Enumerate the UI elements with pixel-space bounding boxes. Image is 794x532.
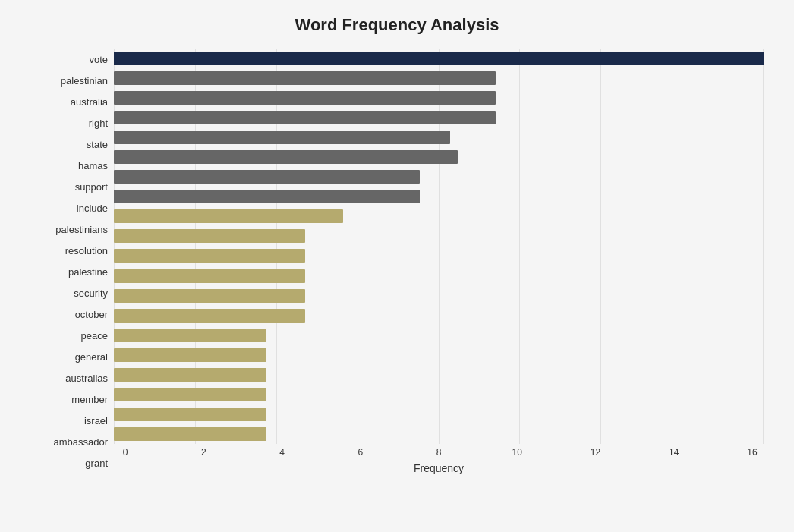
bar-state [114, 131, 450, 144]
bar-security [114, 269, 305, 283]
bar-row-vote [114, 50, 764, 67]
bar-peace [114, 309, 305, 323]
bar-row-right [114, 109, 764, 126]
y-label-grant: grant [85, 455, 108, 473]
x-tick-14: 14 [663, 447, 685, 458]
y-label-member: member [71, 391, 108, 409]
bar-row-support [114, 168, 764, 185]
x-tick-4: 4 [271, 447, 294, 458]
bar-october [114, 289, 305, 303]
grid-and-bars [114, 49, 764, 444]
y-label-palestinians: palestinians [55, 220, 108, 238]
y-label-support: support [75, 178, 108, 196]
bar-israel [114, 388, 266, 401]
y-label-peace: peace [81, 327, 108, 345]
bar-row-resolution [114, 228, 764, 244]
bar-support [114, 170, 420, 184]
bar-palestinian [114, 71, 496, 85]
bar-row-palestinian [114, 70, 764, 87]
chart-area: votepalestinianaustraliarightstatehamass… [30, 49, 764, 474]
y-label-state: state [87, 135, 108, 153]
y-label-resolution: resolution [65, 241, 108, 260]
y-label-vote: vote [89, 50, 108, 68]
y-label-hamas: hamas [78, 156, 108, 175]
y-label-security: security [74, 285, 108, 303]
bar-row-grant [114, 426, 764, 442]
bar-row-general [114, 327, 764, 344]
bars-and-grid: 0246810121416 Frequency [114, 49, 764, 474]
bar-row-hamas [114, 149, 764, 165]
y-label-israel: israel [84, 412, 108, 430]
bar-row-state [114, 129, 764, 146]
bars-wrapper [114, 49, 764, 444]
bar-general [114, 329, 266, 342]
x-tick-8: 8 [427, 447, 450, 458]
y-label-australias: australias [65, 370, 108, 388]
bar-row-member [114, 367, 764, 383]
y-label-palestine: palestine [68, 263, 108, 281]
chart-container: Word Frequency Analysis votepalestiniana… [0, 0, 794, 532]
bar-vote [114, 52, 764, 65]
bar-row-october [114, 288, 764, 304]
bar-member [114, 368, 266, 382]
bar-row-australia [114, 90, 764, 106]
bar-row-include [114, 188, 764, 205]
bar-right [114, 111, 496, 124]
bar-row-israel [114, 386, 764, 403]
bar-include [114, 190, 420, 203]
x-axis: 0246810121416 [114, 447, 764, 458]
bar-row-australias [114, 347, 764, 364]
bar-row-security [114, 268, 764, 285]
bar-palestinians [114, 209, 343, 223]
y-label-ambassador: ambassador [53, 433, 108, 452]
x-tick-2: 2 [192, 447, 215, 458]
y-label-australia: australia [71, 93, 108, 111]
y-label-include: include [77, 199, 108, 217]
bar-australias [114, 348, 266, 362]
bar-ambassador [114, 408, 266, 421]
x-tick-16: 16 [741, 447, 764, 458]
x-tick-10: 10 [506, 447, 528, 458]
x-tick-6: 6 [349, 447, 372, 458]
bar-row-palestinians [114, 208, 764, 225]
bar-row-ambassador [114, 406, 764, 423]
y-label-palestinian: palestinian [61, 71, 108, 90]
bar-row-palestine [114, 247, 764, 264]
y-label-right: right [89, 114, 108, 132]
bar-palestine [114, 249, 305, 263]
y-axis-labels: votepalestinianaustraliarightstatehamass… [30, 49, 114, 474]
bar-australia [114, 91, 496, 105]
bar-hamas [114, 150, 458, 164]
y-label-general: general [75, 348, 108, 367]
bar-resolution [114, 229, 305, 243]
bar-row-peace [114, 307, 764, 324]
x-axis-title: Frequency [114, 462, 764, 474]
bar-grant [114, 427, 266, 441]
chart-title: Word Frequency Analysis [30, 15, 764, 35]
y-label-october: october [75, 306, 108, 324]
x-tick-0: 0 [114, 447, 137, 458]
x-tick-12: 12 [584, 447, 607, 458]
